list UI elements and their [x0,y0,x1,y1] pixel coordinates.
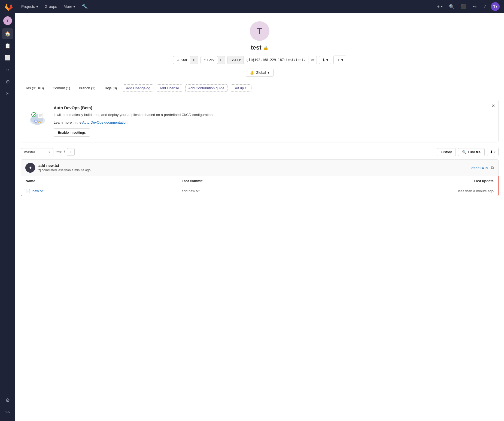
star-button[interactable]: ☆ Star [173,56,191,64]
admin-wrench-icon[interactable]: 🔧 [79,2,90,11]
sidebar-item-boards[interactable]: ⬜ [2,52,13,63]
svg-marker-3 [5,4,9,11]
branch-selector[interactable]: master ▾ [21,148,53,156]
repo-title: test 🔒 [251,44,268,51]
add-file-button[interactable]: ＋ [67,148,75,156]
file-browser: master ▾ test / ＋ History 🔍 Find file ⬇ … [21,148,499,196]
star-count: 0 [190,56,198,64]
new-item-button[interactable]: ＋▾ [434,2,445,11]
download-icon: ⬇ [490,150,493,154]
chevron-down-icon: ▾ [341,58,343,62]
commit-author-time: zj committed less than a minute ago [38,168,468,172]
chevron-down-icon: ▾ [326,58,328,62]
setup-ci-button[interactable]: Set up CI [231,84,251,92]
file-browser-left: master ▾ test / ＋ [21,148,75,156]
nav-more[interactable]: More ▾ [61,3,78,10]
chevron-down-icon: ▾ [239,58,241,62]
svg-point-11 [35,120,37,122]
file-table: Name Last commit Last update 📄 new.txt a… [21,176,499,196]
nav-right: ＋▾ 🔍 ⬛ ⇋ ✓ T ▾ [434,2,500,11]
fork-group: ⑂ Fork 0 [201,56,225,64]
main-content: T test 🔒 ☆ Star 0 ⑂ Fork 0 [15,13,504,196]
auto-devops-banner: ✕ Auto DevOps (Beta) It will [21,100,499,142]
svg-rect-15 [38,113,43,118]
plus-icon: ＋ [336,57,340,62]
nav-groups[interactable]: Groups [42,3,60,10]
col-update: Last update [338,179,494,183]
last-commit-info: ✦ add new.txt zj committed less than a m… [21,159,499,176]
file-icon: 📄 [26,189,30,193]
sidebar-user-avatar[interactable]: T [3,16,12,25]
find-file-button[interactable]: 🔍 Find file [458,148,485,156]
issues-button[interactable]: ✓ [481,2,489,11]
chevron-down-icon: ▾ [73,4,75,9]
merge-requests-button[interactable]: ⇋ [471,2,479,11]
search-icon: 🔍 [462,150,466,154]
commit-message[interactable]: add new.txt [38,163,468,168]
add-contribution-button[interactable]: Add Contribution guide [185,84,227,92]
file-browser-header: master ▾ test / ＋ History 🔍 Find file ⬇ … [21,148,499,156]
file-name-cell[interactable]: 📄 new.txt [26,189,182,193]
tab-files[interactable]: Files (31 KB) [21,84,47,92]
commit-meta: add new.txt zj committed less than a min… [38,163,468,172]
tab-commit[interactable]: Commit (1) [50,84,73,92]
fork-icon: ⑂ [204,58,206,62]
chevron-down-icon: ▾ [268,71,269,75]
copy-commit-hash-button[interactable]: ⧉ [491,165,494,170]
col-name: Name [26,179,182,183]
download-button[interactable]: ⬇ ▾ [319,56,331,64]
fork-button[interactable]: ⑂ Fork [201,56,218,64]
tab-branch[interactable]: Branch (1) [76,84,98,92]
repo-actions: ☆ Star 0 ⑂ Fork 0 SSH ▾ git@192.168.229.… [173,56,347,64]
ssh-url[interactable]: git@192.168.229.187:test/test. [244,56,308,63]
commit-hash-area: c55e1415 ⧉ [471,165,494,170]
copy-url-button[interactable]: ⧉ [308,56,317,64]
file-last-commit: add new.txt [182,189,338,193]
repo-tabs: Files (31 KB) Commit (1) Branch (1) Tags… [15,82,504,94]
svg-marker-4 [9,4,13,11]
panels-button[interactable]: ⬛ [459,2,469,11]
user-avatar-button[interactable]: T ▾ [491,2,500,11]
file-browser-right: History 🔍 Find file ⬇ ▾ [437,148,499,156]
search-button[interactable]: 🔍 [447,2,457,11]
commit-hash-link[interactable]: c55e1415 [471,166,488,170]
add-license-button[interactable]: Add License [157,84,182,92]
repo-avatar: T [250,21,269,41]
committer-avatar: ✦ [25,163,35,173]
ssh-label[interactable]: SSH ▾ [228,56,244,64]
notifications-button[interactable]: 🔔 Global ▾ [246,69,274,77]
gitlab-logo[interactable] [4,2,13,11]
auto-devops-doc-link[interactable]: Auto DevOps documentation [82,120,127,124]
sidebar-item-merge-requests[interactable]: ↔ [2,64,13,75]
svg-point-13 [39,122,40,123]
bell-icon: 🔔 [250,71,254,75]
download-archive-button[interactable]: ⬇ ▾ [487,148,499,156]
history-button[interactable]: History [437,148,456,156]
auto-devops-illustration [26,105,48,127]
close-banner-button[interactable]: ✕ [491,103,495,108]
chevron-down-icon: ▾ [494,151,496,154]
top-navigation: Projects ▾ Groups More ▾ 🔧 ＋▾ 🔍 ⬛ ⇋ ✓ T … [0,0,504,13]
add-changelog-button[interactable]: Add Changelog [123,84,153,92]
sidebar-item-home[interactable]: 🏠 [2,28,13,39]
repo-header: T test 🔒 ☆ Star 0 ⑂ Fork 0 [15,13,504,82]
enable-auto-devops-button[interactable]: Enable in settings [54,128,90,137]
chevron-down-icon: ▾ [48,151,50,154]
auto-devops-learn-more: Learn more in the Auto DevOps documentat… [54,120,214,125]
repo-path[interactable]: test [56,150,62,154]
sidebar-item-cicd[interactable]: ⊙ [2,76,13,87]
sidebar-item-issues[interactable]: 📋 [2,40,13,51]
add-button[interactable]: ＋ ▾ [333,56,346,64]
chevron-down-icon: ▾ [36,4,38,9]
sidebar-item-snippets[interactable]: ✂ [2,88,13,99]
ssh-clone-group: SSH ▾ git@192.168.229.187:test/test. ⧉ [227,56,317,64]
svg-point-14 [32,112,36,117]
star-icon: ☆ [177,58,180,62]
nav-projects[interactable]: Projects ▾ [19,3,41,10]
avatar-icon: ✦ [29,165,32,170]
fork-count: 0 [218,56,225,64]
tab-tags[interactable]: Tags (0) [101,84,120,92]
auto-devops-title: Auto DevOps (Beta) [54,105,214,110]
download-icon: ⬇ [322,58,325,62]
auto-devops-description: It will automatically build, test, and d… [54,112,214,118]
